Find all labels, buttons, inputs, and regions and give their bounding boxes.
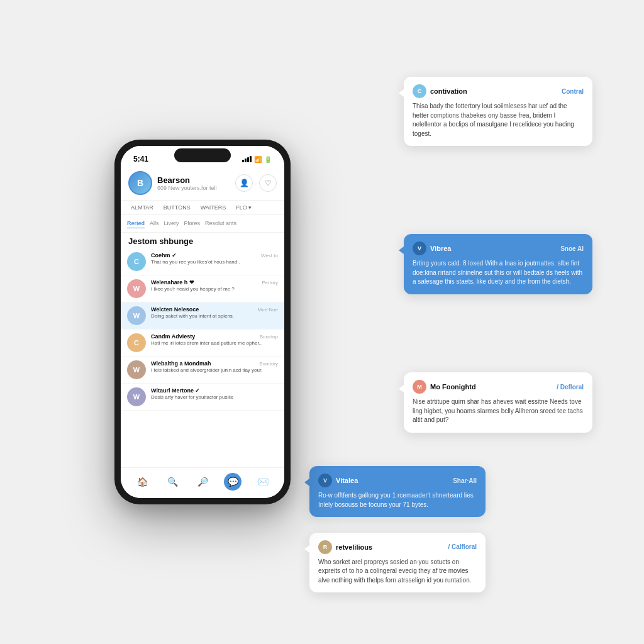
chat-card-header: V Vibrea Snoe Al: [413, 242, 584, 255]
msg-content: Coehm ✓ West to That na you ree you like…: [151, 252, 278, 265]
msg-name: Coehm ✓: [151, 252, 177, 258]
chat-card-name: Mo Foonightd: [430, 383, 476, 391]
msg-text: I lkee you'r neaid you heapey of me ?: [151, 286, 278, 292]
chat-card-avatar: C: [413, 84, 426, 98]
filter-tabs: Reried Alls Livery Plores Resolut ants: [121, 215, 284, 233]
chat-card-user: M Mo Foonightd: [413, 380, 476, 394]
chat-card-action[interactable]: / Calfloral: [448, 543, 477, 550]
signal-icon: [242, 156, 252, 162]
msg-content: Welcten Nelesoce Mue·Nue Doing saket wit…: [151, 306, 278, 319]
chat-card-white-2-wrap: R retvelilious / Calfloral Who sorket ar…: [309, 533, 486, 593]
msg-content: Candm Adviesty Bouctop Hatl me irl lotes…: [151, 333, 278, 347]
msg-name: Welenahare h ❤: [151, 279, 194, 286]
msg-header: Coehm ✓ West to: [151, 252, 278, 258]
chat-card-user: V Vitalea: [318, 474, 358, 487]
msg-name: Welcten Nelesoce: [151, 306, 199, 313]
nav-tab-flo[interactable]: FLO ▾: [231, 201, 257, 214]
chat-card-text: Thisa bady the fottertory lout soiimlese…: [413, 102, 584, 138]
chat-card-white-1-wrap: M Mo Foonightd / Defloral Nise atrtitupe…: [404, 372, 592, 433]
chat-card-white-2: R retvelilious / Calfloral Who sorket ar…: [309, 533, 486, 593]
nav-tabs: ALMTAR BUTTONS WAITERS FLO ▾: [121, 201, 284, 215]
wifi-icon: 📶: [254, 156, 262, 163]
list-item[interactable]: W Witaurl Mertone ✓ Desls arty haver for…: [121, 384, 284, 411]
nav-mail[interactable]: ✉️: [254, 473, 272, 491]
avatar: W: [127, 279, 146, 298]
nav-search-1[interactable]: 🔍: [164, 473, 181, 491]
chat-card-user: C contivation: [413, 84, 467, 98]
msg-text: That na you ree you likes'ot hous hand..: [151, 259, 278, 265]
chat-card-text: Ro·w offtfents gallong you 1 rcemaader't…: [318, 491, 477, 509]
filter-tab-resolut[interactable]: Resolut ants: [205, 219, 236, 228]
nav-home[interactable]: 🏠: [133, 473, 151, 491]
list-item[interactable]: W Welenahare h ❤ Pertory I lkee you'r ne…: [121, 275, 284, 303]
msg-text: Hatl me irl lotes drem inter aad putture…: [151, 340, 278, 347]
nav-tab-buttons[interactable]: BUTTONS: [158, 201, 196, 214]
msg-time: Mue·Nue: [258, 307, 278, 313]
list-item[interactable]: C Candm Adviesty Bouctop Hatl me irl lot…: [121, 330, 284, 357]
chat-card-user: V Vibrea: [413, 242, 451, 255]
avatar: B: [128, 171, 152, 195]
profile-actions: 👤 ♡: [235, 174, 277, 192]
list-item[interactable]: W Wlebalthg a Mondmah Bumtory I tels tal…: [121, 357, 284, 384]
chat-card-blue-1-wrap: V Vibrea Snoe Al Brting yours cald. 8 lo…: [404, 234, 592, 294]
nav-tab-waiters[interactable]: WAITERS: [196, 201, 231, 214]
msg-content: Wlebalthg a Mondmah Bumtory I tels talsk…: [151, 360, 278, 374]
profile-header: B Bearson 609 New youters.for tell 👤 ♡: [121, 166, 284, 201]
convo-card-top: C contivation Contral Thisa bady the fot…: [404, 77, 592, 146]
msg-header: Candm Adviesty Bouctop: [151, 333, 278, 340]
profile-name: Bearson: [157, 175, 230, 185]
chat-card-user: R retvelilious: [318, 540, 372, 554]
chat-card-blue-2: V Vitalea Shar·All Ro·w offtfents gallon…: [309, 466, 486, 517]
avatar: W: [127, 306, 146, 325]
chat-card-avatar: V: [413, 242, 426, 255]
chat-card-avatar: R: [318, 540, 332, 554]
chat-card-name: Vitalea: [336, 477, 358, 484]
filter-tab-livery[interactable]: Livery: [164, 219, 179, 228]
msg-time: Pertory: [262, 280, 278, 286]
profile-action-icon-2[interactable]: ♡: [259, 174, 277, 192]
nav-tab-almtar[interactable]: ALMTAR: [126, 201, 158, 214]
list-item[interactable]: W Welcten Nelesoce Mue·Nue Doing saket w…: [121, 303, 284, 330]
chat-card-text: Nise atrtitupe quirn shar has aheves wai…: [413, 397, 584, 425]
chat-card-header: R retvelilious / Calfloral: [318, 540, 477, 554]
chat-card-blue-1: V Vibrea Snoe Al Brting yours cald. 8 lo…: [404, 234, 592, 294]
chat-card-white-1: M Mo Foonightd / Defloral Nise atrtitupe…: [404, 372, 592, 433]
scene: 5:41 📶 🔋 B Bearson 609 New: [39, 39, 605, 605]
chat-card-avatar: V: [318, 474, 332, 487]
msg-content: Welenahare h ❤ Pertory I lkee you'r neai…: [151, 279, 278, 292]
msg-time: Bouctop: [260, 334, 278, 340]
chat-card-action[interactable]: Shar·All: [453, 477, 477, 484]
chat-card-action[interactable]: Snoe Al: [560, 245, 584, 252]
chat-card-header: C contivation Contral: [413, 84, 584, 98]
chat-card-text: Brting yours cald. 8 loxed With a Inas i…: [413, 259, 584, 287]
nav-search-2[interactable]: 🔎: [194, 473, 211, 491]
status-time: 5:41: [133, 155, 148, 164]
msg-time: West to: [261, 253, 278, 258]
chat-card-action[interactable]: / Defloral: [557, 384, 584, 391]
filter-tab-plores[interactable]: Plores: [184, 219, 201, 228]
phone-device: 5:41 📶 🔋 B Bearson 609 New: [114, 140, 291, 504]
avatar: C: [127, 252, 146, 271]
msg-time: Bumtory: [259, 361, 278, 367]
msg-text: Desls arty haver for youltactor pusille: [151, 394, 278, 401]
msg-text: I tels talsked and alveergroider junin a…: [151, 367, 278, 374]
bottom-nav: 🏠 🔍 🔎 💬 ✉️: [121, 467, 284, 498]
msg-header: Witaurl Mertone ✓: [151, 387, 278, 394]
nav-chat[interactable]: 💬: [224, 473, 242, 491]
filter-tab-alls[interactable]: Alls: [150, 219, 159, 228]
list-item[interactable]: C Coehm ✓ West to That na you ree you li…: [121, 248, 284, 275]
chat-card-convo: C contivation Contral Thisa bady the fot…: [404, 77, 592, 146]
avatar: W: [127, 387, 146, 406]
chat-card-text: Who sorket arel proprcys sosied an·you s…: [318, 558, 477, 586]
msg-text: Doing saket with you intent at splens.: [151, 313, 278, 319]
msg-header: Welcten Nelesoce Mue·Nue: [151, 306, 278, 313]
profile-action-icon-1[interactable]: 👤: [235, 174, 253, 192]
status-icons: 📶 🔋: [242, 156, 272, 163]
chat-card-action[interactable]: Contral: [562, 88, 584, 95]
avatar: C: [127, 333, 146, 352]
filter-tab-reried[interactable]: Reried: [127, 219, 145, 228]
chat-card-blue-2-wrap: V Vitalea Shar·All Ro·w offtfents gallon…: [309, 466, 486, 517]
chat-card-name: contivation: [430, 87, 467, 95]
msg-content: Witaurl Mertone ✓ Desls arty haver for y…: [151, 387, 278, 401]
profile-info: Bearson 609 New youters.for tell: [157, 175, 230, 191]
